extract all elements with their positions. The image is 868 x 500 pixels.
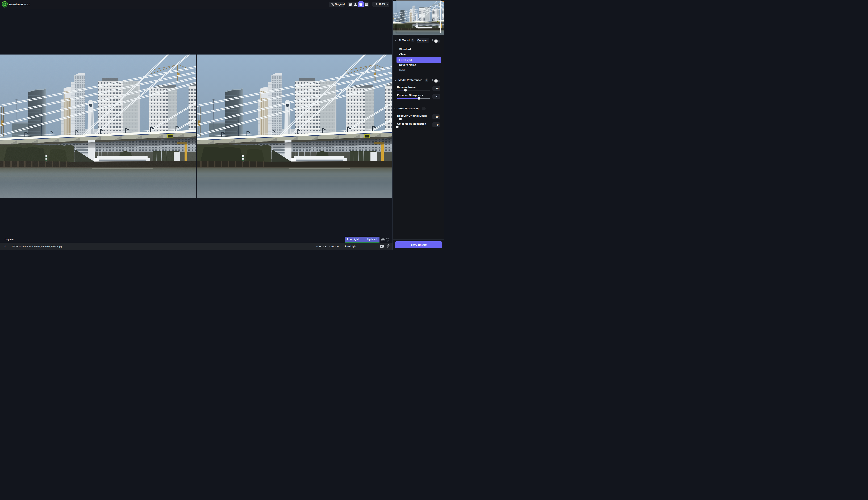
svg-text:D: D [3,2,7,7]
